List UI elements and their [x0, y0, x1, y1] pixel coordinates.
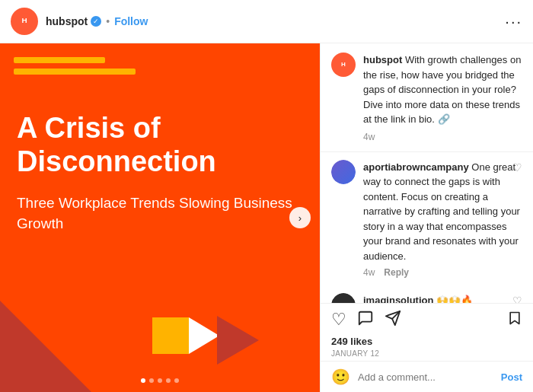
comment-1-text: aportiabrowncampany One great way to con… [363, 160, 522, 264]
comment-1-content: One great way to connect the gaps is wit… [363, 161, 520, 262]
stripe-2 [14, 69, 136, 75]
image-text-block: A Crisis of Disconnection Three Workplac… [17, 112, 303, 234]
more-options-button[interactable]: ··· [505, 14, 522, 29]
right-panel: H hubspot With growth challenges on the … [320, 43, 533, 392]
stripe-1 [14, 57, 105, 63]
comment-1-body: aportiabrowncampany One great way to con… [363, 160, 522, 279]
comment-2-username[interactable]: imaginsolution [363, 295, 433, 303]
carousel-dot-1[interactable] [141, 378, 145, 383]
comment-1-meta: 4w Reply [363, 267, 522, 278]
header-avatar[interactable]: H [11, 8, 38, 35]
comment-2-avatar[interactable]: IMAG [331, 293, 356, 303]
likes-count: 249 likes [331, 336, 522, 347]
post-subtitle: Three Workplace Trends Slowing Business … [17, 193, 303, 234]
caption-username[interactable]: hubspot [363, 54, 402, 65]
action-icons: ♡ [331, 310, 522, 330]
svg-marker-5 [510, 313, 519, 324]
comment-1: aportiabrowncampany One great way to con… [321, 152, 533, 286]
carousel-next-button[interactable]: › [289, 207, 311, 228]
main-content: A Crisis of Disconnection Three Workplac… [0, 43, 533, 392]
comment-button[interactable] [357, 310, 374, 330]
comment-2-avatar-img: IMAG [331, 293, 356, 303]
share-button[interactable] [385, 310, 401, 330]
carousel-dot-5[interactable] [174, 378, 179, 383]
actions-bar: ♡ 249 likes [321, 303, 533, 361]
verified-badge [91, 16, 101, 27]
save-button[interactable] [507, 310, 522, 330]
comment-2-text: imaginsolution 🙌🙌🔥 [363, 293, 522, 303]
svg-text:H: H [341, 61, 346, 68]
comment-input-area: 🙂 Post [321, 361, 533, 392]
bottom-shapes [0, 285, 320, 392]
decorative-stripes [14, 57, 136, 75]
dark-arrow [217, 316, 259, 365]
carousel-dots [0, 378, 320, 383]
post-image: A Crisis of Disconnection Three Workplac… [0, 43, 320, 392]
follow-button[interactable]: Follow [114, 15, 148, 27]
post-date: January 12 [331, 349, 522, 358]
post-header: H hubspot • Follow ··· [0, 0, 533, 43]
caption-avatar[interactable]: H [331, 53, 356, 77]
comment-2-body: imaginsolution 🙌🙌🔥 4w Reply [363, 293, 522, 303]
caption-text: hubspot With growth challenges on the ri… [363, 53, 522, 127]
white-triangle [189, 317, 219, 354]
carousel-dot-4[interactable] [166, 378, 171, 383]
svg-text:H: H [21, 16, 27, 24]
caption-area: H hubspot With growth challenges on the … [321, 43, 533, 152]
like-button[interactable]: ♡ [331, 311, 346, 328]
post-comment-button[interactable]: Post [501, 371, 522, 383]
yellow-square [152, 317, 189, 354]
comment-2-content: 🙌🙌🔥 [436, 295, 473, 303]
comments-area: aportiabrowncampany One great way to con… [321, 152, 533, 304]
comment-2: IMAG imaginsolution 🙌🙌🔥 4w Reply ♡ [321, 285, 533, 303]
carousel-dot-3[interactable] [158, 378, 162, 383]
comment-1-avatar[interactable] [331, 160, 356, 184]
comment-1-like-button[interactable]: ♡ [512, 161, 522, 174]
header-username[interactable]: hubspot [46, 15, 88, 27]
comment-1-reply[interactable]: Reply [384, 267, 409, 278]
post-title: A Crisis of Disconnection [17, 112, 303, 178]
carousel-dot-2[interactable] [149, 378, 154, 383]
caption-timestamp: 4w [363, 132, 522, 142]
comment-input[interactable] [358, 371, 501, 383]
dot-separator: • [106, 15, 110, 27]
comment-1-avatar-img [331, 160, 356, 184]
comment-1-time: 4w [363, 267, 375, 278]
comment-1-username[interactable]: aportiabrowncampany [363, 161, 469, 173]
comment-2-like-button[interactable]: ♡ [512, 295, 522, 303]
emoji-button[interactable]: 🙂 [331, 368, 350, 386]
